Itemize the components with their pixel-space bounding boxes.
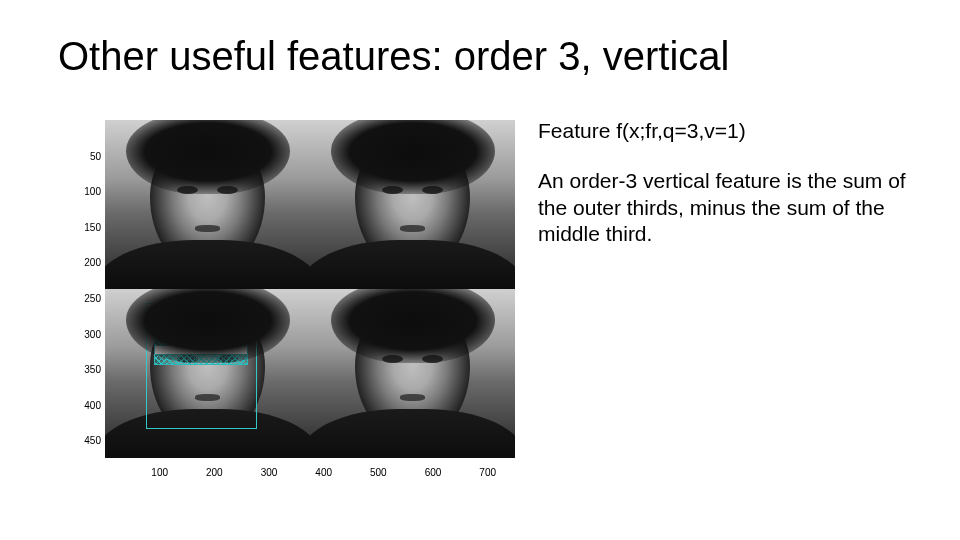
text-column: Feature f(x;fr,q=3,v=1) An order-3 verti… [538,118,920,248]
ytick: 50 [77,150,101,161]
face-panel-4 [310,289,515,458]
ytick: 450 [77,435,101,446]
image-grid [105,120,515,458]
haar-bottom-band [155,355,247,364]
xtick: 500 [370,467,387,478]
xtick: 300 [261,467,278,478]
xtick: 100 [151,467,168,478]
ytick: 100 [77,186,101,197]
xtick: 600 [425,467,442,478]
ytick: 350 [77,364,101,375]
ytick: 300 [77,328,101,339]
feature-description: An order-3 vertical feature is the sum o… [538,168,920,247]
ytick: 150 [77,221,101,232]
detection-rect [146,303,257,430]
ytick: 250 [77,292,101,303]
xtick: 200 [206,467,223,478]
xtick: 700 [479,467,496,478]
ytick: 200 [77,257,101,268]
haar-middle-band [155,345,247,354]
xtick: 400 [315,467,332,478]
ytick: 400 [77,399,101,410]
figure-container: 50 100 150 200 250 300 350 400 450 100 2… [67,120,515,482]
face-panel-3 [105,289,310,458]
slide-title: Other useful features: order 3, vertical [58,34,729,79]
plot-area [105,120,515,458]
face-panel-1 [105,120,310,289]
haar-feature-overlay [154,335,248,365]
face-panel-2 [310,120,515,289]
haar-top-band [155,336,247,345]
feature-label: Feature f(x;fr,q=3,v=1) [538,118,920,144]
